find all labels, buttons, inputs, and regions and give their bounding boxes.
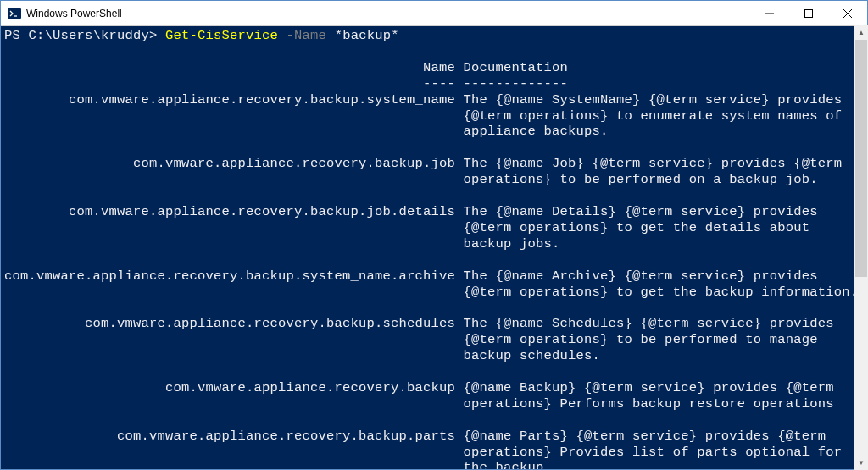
minimize-button[interactable] (750, 1, 789, 25)
vertical-scrollbar[interactable]: ▲ ▼ (854, 25, 868, 470)
window-controls (750, 1, 867, 25)
svg-rect-3 (805, 9, 813, 17)
terminal-pane[interactable]: PS C:\Users\kruddy> Get-CisService -Name… (1, 26, 867, 469)
svg-rect-0 (8, 8, 21, 19)
powershell-icon (8, 7, 21, 20)
window-titlebar[interactable]: Windows PowerShell (1, 1, 867, 26)
scroll-up-arrow[interactable]: ▲ (854, 25, 868, 40)
window-title: Windows PowerShell (26, 8, 122, 19)
scroll-thumb[interactable] (855, 40, 867, 277)
maximize-button[interactable] (789, 1, 828, 25)
close-button[interactable] (828, 1, 867, 25)
terminal-output: PS C:\Users\kruddy> Get-CisService -Name… (4, 28, 849, 469)
scroll-down-arrow[interactable]: ▼ (854, 456, 868, 470)
